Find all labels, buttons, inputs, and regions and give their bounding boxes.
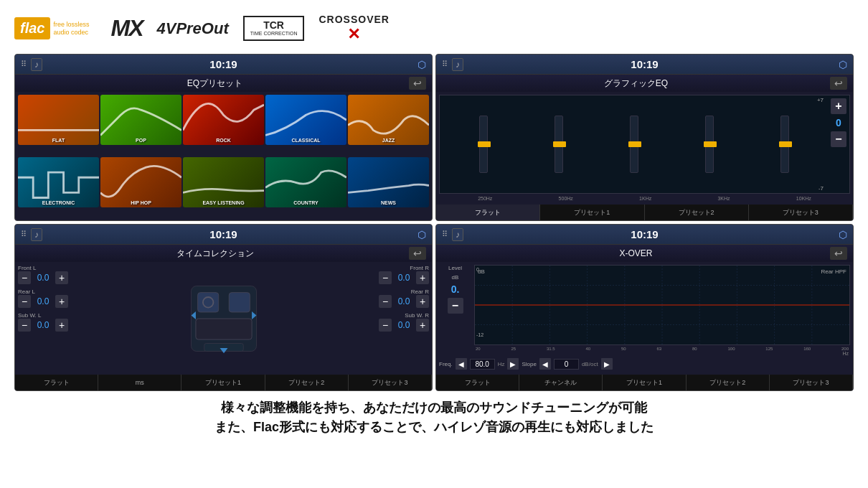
- eq-db-plus: +7: [440, 95, 828, 105]
- crossover-x: ✕: [347, 25, 361, 44]
- xover-freq-down-btn[interactable]: ◀: [456, 358, 467, 370]
- eq-slider-250Hz[interactable]: [479, 116, 488, 173]
- xover-tab-4[interactable]: プリセット3: [770, 375, 853, 390]
- tcr-logo: TCR TIME CORRECTION: [243, 16, 305, 41]
- eq-preset-label: ROCK: [216, 138, 231, 143]
- flac-badge: flac: [14, 17, 50, 39]
- screen3-topbar-left: ⠿ ♪: [21, 228, 42, 241]
- eq-preset-screen: ⠿ ♪ 10:19 ⬡ EQプリセット ↩ FLATPOPROCKCLASSIC…: [14, 54, 433, 221]
- tc-tab-4[interactable]: プリセット3: [349, 375, 432, 390]
- eq-tab-1[interactable]: プリセット1: [540, 205, 644, 220]
- screen2-back-btn[interactable]: ↩: [830, 77, 847, 90]
- xover-slope-down-btn[interactable]: ◀: [539, 358, 551, 370]
- xover-freq-up-btn[interactable]: ▶: [507, 358, 519, 370]
- eq-preset-label: COUNTRY: [293, 200, 318, 205]
- tc-channel-label: Rear R: [270, 288, 430, 295]
- screens-grid: ⠿ ♪ 10:19 ⬡ EQプリセット ↩ FLATPOPROCKCLASSIC…: [0, 54, 868, 391]
- xover-level-minus-btn[interactable]: −: [448, 298, 463, 314]
- tc-ctrl-row: −0.0+: [270, 295, 430, 308]
- eq-slider-3KHz[interactable]: [705, 116, 714, 173]
- screen3-back-btn[interactable]: ↩: [409, 247, 426, 260]
- tc-channel-label: Front R: [270, 265, 430, 271]
- screen4-back-btn[interactable]: ↩: [830, 247, 847, 260]
- eq-preset-rock[interactable]: ROCK: [183, 95, 264, 145]
- eq-preset-easy-listening[interactable]: EASY LISTENING: [183, 157, 264, 207]
- screen1-back-btn[interactable]: ↩: [409, 77, 426, 90]
- eq-tab-3[interactable]: プリセット3: [749, 205, 853, 220]
- xover-tab-1[interactable]: チャンネル: [519, 375, 603, 390]
- eq-slider-track: [705, 116, 714, 173]
- eq-preset-country[interactable]: COUNTRY: [265, 157, 346, 207]
- eq-preset-news[interactable]: NEWS: [348, 157, 429, 207]
- tc-minus-btn[interactable]: −: [379, 271, 392, 284]
- eq-slider-handle: [553, 141, 566, 147]
- xover-graph: dB Rear HPF: [474, 265, 850, 345]
- xover-freq-unit: Hz: [498, 361, 505, 367]
- tc-plus-btn[interactable]: +: [55, 319, 68, 332]
- xover-tab-2[interactable]: プリセット1: [603, 375, 686, 390]
- xover-slope-up-btn[interactable]: ▶: [601, 358, 613, 370]
- eq-sliders-row: [440, 105, 828, 184]
- bluetooth-icon4: ⬡: [839, 229, 847, 240]
- crossover-logo: CROSSOVER ✕: [319, 14, 389, 44]
- tc-channel-value: 0.0: [394, 296, 414, 306]
- tc-minus-btn[interactable]: −: [18, 295, 31, 308]
- bottom-text-line2: また、Flac形式にも対応することで、ハイレゾ音源の再生にも対応しました: [14, 418, 854, 437]
- tc-minus-btn[interactable]: −: [379, 295, 392, 308]
- screen2-titlebar: グラフィックEQ ↩: [436, 75, 853, 92]
- eq-slider-handle: [704, 141, 717, 147]
- xover-screen: ⠿ ♪ 10:19 ⬡ X-OVER ↩ Level dB 0. − dB: [435, 224, 854, 391]
- screen2-time: 10:19: [631, 58, 658, 70]
- xover-tab-3[interactable]: プリセット2: [687, 375, 770, 390]
- eq-preset-label: JAZZ: [382, 138, 395, 143]
- eq-preset-hip-hop[interactable]: HIP HOP: [100, 157, 181, 207]
- tc-plus-btn[interactable]: +: [55, 295, 68, 308]
- tc-tab-2[interactable]: プリセット1: [181, 375, 265, 390]
- eq-tab-0[interactable]: フラット: [436, 205, 540, 220]
- eq-preset-label: CLASSICAL: [291, 138, 320, 143]
- tc-bottom-tabs: フラットmsプリセット1プリセット2プリセット3: [15, 375, 432, 390]
- tc-tab-0[interactable]: フラット: [15, 375, 98, 390]
- eq-preset-classical[interactable]: CLASSICAL: [265, 95, 346, 145]
- screen1-topbar: ⠿ ♪ 10:19 ⬡: [15, 55, 432, 75]
- xover-0db: 0.: [476, 267, 481, 272]
- eq-slider-1KHz[interactable]: [630, 116, 638, 173]
- xover-slope-label: Slope: [522, 361, 536, 367]
- screen2-title: グラフィックEQ: [442, 78, 830, 90]
- eq-preset-electronic[interactable]: ELECTRONIC: [18, 157, 99, 207]
- grid-icon4: ⠿: [442, 230, 448, 239]
- tc-plus-btn[interactable]: +: [55, 271, 68, 284]
- tc-plus-btn[interactable]: +: [416, 319, 429, 332]
- tc-plus-btn[interactable]: +: [416, 271, 429, 284]
- grid-icon3: ⠿: [21, 230, 27, 239]
- xover-tab-0[interactable]: フラット: [436, 375, 519, 390]
- eq-preset-pop[interactable]: POP: [100, 95, 181, 145]
- tc-channel-value: 0.0: [33, 296, 53, 306]
- eq-plus-button[interactable]: +: [831, 98, 846, 114]
- eq-minus-button[interactable]: −: [831, 131, 846, 147]
- svg-rect-3: [195, 319, 251, 339]
- eq-tab-2[interactable]: プリセット2: [645, 205, 749, 220]
- eq-slider-500Hz[interactable]: [555, 116, 563, 173]
- tc-right-channels: Front R−0.0+Rear R−0.0+Sub W. R−0.0+: [270, 265, 430, 372]
- tc-tab-1[interactable]: ms: [98, 375, 181, 390]
- tc-minus-btn[interactable]: −: [18, 271, 31, 284]
- eq-slider-track: [479, 116, 488, 173]
- music-icon2: ♪: [452, 58, 463, 71]
- flac-logo: flac free lossless audio codec: [14, 17, 96, 39]
- eq-slider-10KHz[interactable]: [780, 116, 789, 173]
- tc-minus-btn[interactable]: −: [18, 319, 31, 332]
- tc-tab-3[interactable]: プリセット2: [265, 375, 349, 390]
- eq-slider-track: [555, 116, 563, 173]
- tc-channel-label: Front L: [18, 265, 178, 271]
- screen3-time: 10:19: [209, 228, 237, 240]
- tc-plus-btn[interactable]: +: [416, 295, 429, 308]
- tc-minus-btn[interactable]: −: [379, 319, 392, 332]
- eq-preset-flat[interactable]: FLAT: [18, 95, 99, 145]
- freq-label-250Hz: 250Hz: [478, 196, 492, 201]
- svg-rect-2: [229, 292, 250, 311]
- bottom-text: 様々な調整機能を持ち、あなただけの最高のサウンドチューニングが可能 また、Fla…: [0, 391, 868, 443]
- eq-right-controls: + 0 −: [828, 95, 849, 193]
- tc-content: Front L−0.0+Rear L−0.0+Sub W. L−0.0+: [15, 262, 432, 375]
- eq-preset-jazz[interactable]: JAZZ: [348, 95, 429, 145]
